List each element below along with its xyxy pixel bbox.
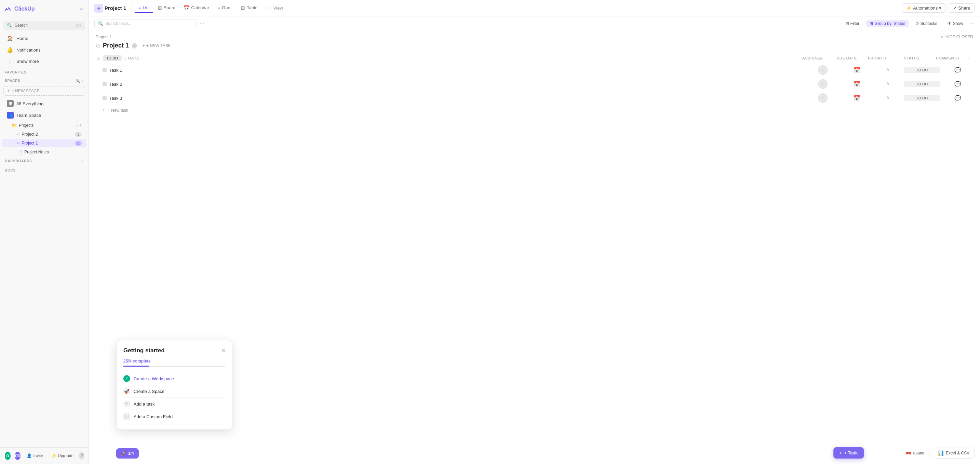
task3-assignee[interactable]: + <box>806 93 840 103</box>
task3-assignee-avatar[interactable]: + <box>818 93 827 103</box>
sidebar-item-project-notes[interactable]: 📄 Project Notes <box>2 148 86 156</box>
help-button[interactable]: ? <box>79 452 84 459</box>
project-collapse-icon[interactable]: ⊙ <box>95 42 100 49</box>
checklist-item-add-task[interactable]: + Add a task <box>123 398 225 410</box>
task1-priority[interactable]: ⚑ <box>874 67 901 73</box>
group-by-button[interactable]: ⊞ Group by: Status <box>866 20 908 27</box>
sidebar-item-projects[interactable]: 📁 Projects ··· + <box>2 121 86 129</box>
tab-gantt[interactable]: ≡ Gantt <box>214 3 236 13</box>
th-status: STATUS <box>891 56 932 60</box>
task3-status[interactable]: TO DO <box>901 95 942 101</box>
task1-checkbox[interactable] <box>102 68 107 72</box>
subtasks-button[interactable]: ⊙ Subtasks <box>912 20 940 27</box>
task2-status-chip[interactable]: TO DO <box>904 81 940 87</box>
add-view-button[interactable]: + + View <box>262 4 286 12</box>
task1-comments[interactable]: 💬 <box>942 67 973 73</box>
sidebar-item-show-more[interactable]: ↓ Show more <box>2 56 86 67</box>
checklist-item-create-space[interactable]: 🚀 Create a Space <box>123 385 225 398</box>
search-spaces-icon[interactable]: 🔍 <box>76 79 80 83</box>
docs-section[interactable]: DOCS › <box>0 166 89 175</box>
task2-assignee-avatar[interactable]: + <box>818 79 827 89</box>
tab-list[interactable]: ≡ List <box>135 3 153 13</box>
task3-priority[interactable]: ⚑ <box>874 95 901 101</box>
project1-badge: 3 <box>75 141 82 146</box>
task2-flag-icon[interactable]: ⚑ <box>886 81 890 87</box>
tab-board[interactable]: ⊞ Board <box>154 3 179 13</box>
sidebar-collapse-button[interactable]: « <box>79 5 84 13</box>
upgrade-button[interactable]: ✨ Upgrade <box>49 452 76 459</box>
task2-checkbox[interactable] <box>102 82 107 86</box>
sidebar-search[interactable]: 🔍 ⌘K <box>3 21 85 30</box>
task1-assignee[interactable]: + <box>806 65 840 75</box>
favorites-actions[interactable]: › <box>82 70 84 74</box>
sidebar-item-everything[interactable]: ⊞ 88 Everything <box>2 98 86 109</box>
toolbar-overflow-icon[interactable]: ··· <box>970 21 975 27</box>
expand-spaces-icon[interactable]: › <box>82 79 84 83</box>
task3-comment-icon[interactable]: 💬 <box>955 95 961 102</box>
dashboards-section[interactable]: DASHBOARDS › <box>0 156 89 166</box>
modal-close-button[interactable]: × <box>221 348 225 354</box>
checklist-item-add-custom-field[interactable]: ☐ Add a Custom Field <box>123 410 225 423</box>
share-button[interactable]: ↗ Share <box>948 3 975 13</box>
projects-actions[interactable]: ··· + <box>75 123 82 128</box>
toolbar-more-icon[interactable]: ··· <box>200 21 204 27</box>
spaces-actions[interactable]: 🔍 › <box>76 79 84 83</box>
new-space-button[interactable]: + + NEW SPACE <box>3 86 85 96</box>
excel-import-button[interactable]: 📊 Excel & CSV <box>933 448 975 459</box>
task1-assignee-avatar[interactable]: + <box>818 65 827 75</box>
project-info-icon[interactable]: i <box>132 43 137 49</box>
task2-calendar-icon[interactable]: 📅 <box>854 81 861 87</box>
task3-flag-icon[interactable]: ⚑ <box>886 95 890 101</box>
task2-duedate[interactable]: 📅 <box>840 81 874 87</box>
add-task-row[interactable]: + + New task <box>95 105 973 116</box>
task3-status-chip[interactable]: TO DO <box>904 95 940 101</box>
task1-comment-icon[interactable]: 💬 <box>955 67 961 73</box>
task1-status-chip[interactable]: TO DO <box>904 67 940 73</box>
create-workspace-link[interactable]: Create a Workspace <box>134 376 174 381</box>
add-task-fab[interactable]: + + Task <box>834 447 864 459</box>
task2-comments[interactable]: 💬 <box>942 81 973 87</box>
task2-status[interactable]: TO DO <box>901 81 942 87</box>
th-duedate: DUE DATE <box>830 56 864 60</box>
toolbar-search[interactable]: 🔍 Search tasks... <box>94 19 197 28</box>
task1-status[interactable]: TO DO <box>901 67 942 73</box>
tab-table[interactable]: ⊞ Table <box>237 3 261 13</box>
group-collapse-icon[interactable]: ⊙ <box>96 56 100 61</box>
th-add[interactable]: + <box>963 56 973 61</box>
checklist-item-create-workspace[interactable]: ✓ Create a Workspace <box>123 372 225 385</box>
project-nav-title: Project 1 <box>105 5 126 11</box>
task3-name[interactable]: Task 3 <box>109 96 123 101</box>
sidebar-item-notifications[interactable]: 🔔 Notifications <box>2 44 86 56</box>
projects-add-icon[interactable]: + <box>79 123 82 128</box>
search-input[interactable] <box>15 23 73 28</box>
tab-calendar[interactable]: 📅 Calendar <box>180 3 213 13</box>
task1-flag-icon[interactable]: ⚑ <box>886 67 890 73</box>
dashboards-expand-icon[interactable]: › <box>82 159 84 163</box>
sidebar-item-home-label: Home <box>16 36 29 41</box>
task3-checkbox[interactable] <box>102 96 107 100</box>
hide-closed-button[interactable]: ✓ HIDE CLOSED <box>941 35 973 39</box>
projects-more-icon[interactable]: ··· <box>75 123 78 128</box>
sidebar-item-project1[interactable]: ○ Project 1 3 <box>2 139 86 147</box>
task3-calendar-icon[interactable]: 📅 <box>854 95 861 102</box>
show-button[interactable]: 👁 Show <box>944 20 967 27</box>
task2-priority[interactable]: ⚑ <box>874 81 901 87</box>
task2-comment-icon[interactable]: 💬 <box>955 81 961 87</box>
sidebar-item-project2[interactable]: ○ Project 2 3 <box>2 130 86 138</box>
task3-comments[interactable]: 💬 <box>942 95 973 102</box>
rocket-progress-button[interactable]: 🚀 1/4 <box>116 448 139 459</box>
sidebar-item-team-space[interactable]: 👥 Team Space <box>2 110 86 121</box>
task1-duedate[interactable]: 📅 <box>840 67 874 73</box>
task3-duedate[interactable]: 📅 <box>840 95 874 102</box>
asana-import-button[interactable]: asana <box>901 448 930 458</box>
filter-button[interactable]: ⊟ Filter <box>842 20 863 27</box>
sidebar-item-home[interactable]: 🏠 Home <box>2 33 86 44</box>
invite-button[interactable]: 👤 Invite <box>24 452 46 459</box>
task2-name[interactable]: Task 2 <box>109 82 123 87</box>
task1-calendar-icon[interactable]: 📅 <box>854 67 861 73</box>
automations-button[interactable]: ⚡ Automations ▾ <box>902 3 946 13</box>
task2-assignee[interactable]: + <box>806 79 840 89</box>
task1-name[interactable]: Task 1 <box>109 68 123 73</box>
docs-expand-icon[interactable]: › <box>82 168 84 172</box>
new-task-button[interactable]: + + NEW TASK <box>140 42 173 49</box>
